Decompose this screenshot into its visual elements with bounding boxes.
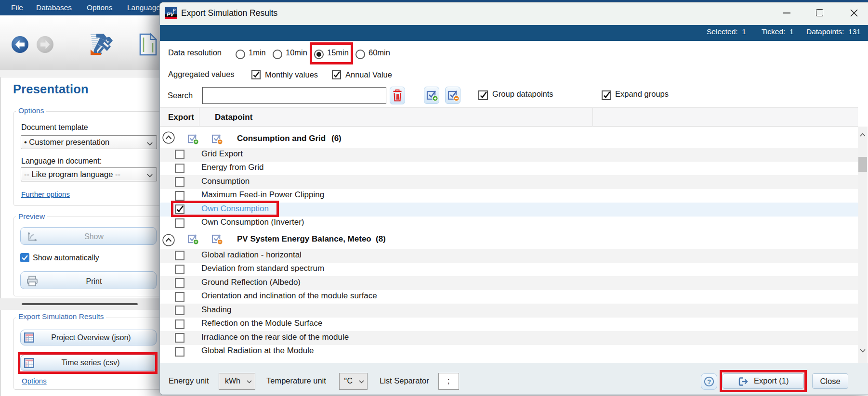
svg-text:p: p (172, 7, 176, 12)
svg-text:?: ? (707, 378, 711, 385)
svg-text:PV: PV (167, 12, 174, 17)
